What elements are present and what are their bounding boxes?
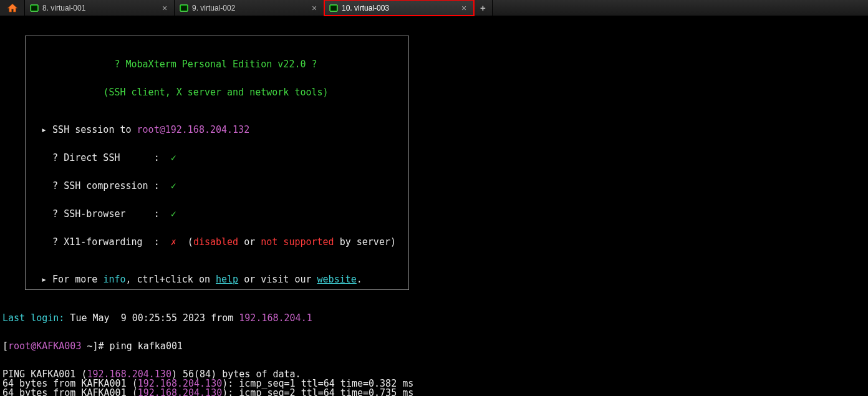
svg-rect-5 [330,6,337,11]
check-icon [171,208,176,220]
home-tab[interactable] [0,0,25,16]
ssh-target: root@192.168.204.132 [137,124,250,135]
help-link[interactable]: help [216,274,238,285]
home-icon [7,2,18,14]
last-login-label: Last login: [2,312,64,324]
tab-label: 10. virtual-003 [342,4,456,12]
tab-bar: 8. virtual-001 × 9. virtual-002 × 10. vi… [0,0,868,16]
tab-label: 8. virtual-001 [42,4,157,12]
svg-rect-3 [181,6,187,11]
terminal-icon [30,4,39,12]
ping1-replies: 64 bytes from KAFKA001 (192.168.204.130)… [2,379,868,396]
command-1: ping kafka001 [110,340,183,352]
info-link[interactable]: info [103,274,125,285]
cross-icon [171,236,176,248]
terminal-output[interactable]: ? MobaXterm Personal Edition v22.0 ? (SS… [0,16,868,396]
banner-title: ? MobaXterm Personal Edition v22.0 ? [114,59,317,70]
check-icon [171,152,176,163]
tab-virtual-002[interactable]: 9. virtual-002 × [175,0,324,16]
terminal-icon [329,4,338,12]
tab-virtual-001[interactable]: 8. virtual-001 × [25,0,175,16]
close-icon[interactable]: × [310,4,319,12]
check-icon [171,180,176,191]
tab-virtual-003[interactable]: 10. virtual-003 × [324,0,474,16]
banner-subtitle: (SSH client, X server and network tools) [103,87,328,98]
ping-reply-line: 64 bytes from KAFKA001 (192.168.204.130)… [2,389,868,396]
close-icon[interactable]: × [460,4,468,12]
close-icon[interactable]: × [160,4,169,12]
website-link[interactable]: website [317,274,357,285]
svg-rect-1 [31,6,37,11]
tab-label: 9. virtual-002 [192,4,306,12]
new-tab-button[interactable]: + [474,0,493,16]
moba-banner: ? MobaXterm Personal Edition v22.0 ? (SS… [25,36,409,290]
terminal-icon [180,4,188,12]
